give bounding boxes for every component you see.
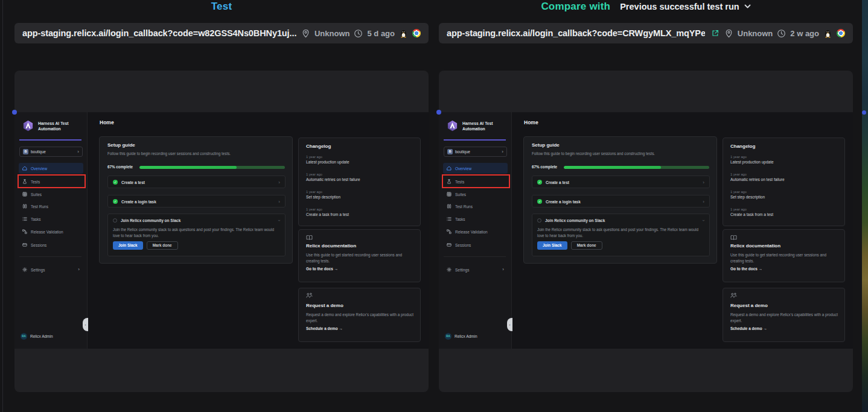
sidebar-item-tasks: Tasks [19, 214, 83, 224]
compare-run-dropdown[interactable]: Previous successful test run [620, 2, 750, 11]
changelog-entry-title: Create a task from a test [730, 212, 773, 217]
avatar: RA [21, 333, 27, 340]
user-name: Relicx Admin [455, 334, 477, 338]
brand-name: Harness AI Test Automation [38, 120, 69, 132]
tests-highlight-rectangle [18, 174, 86, 188]
brand-line1: Harness AI Test [38, 121, 69, 125]
sidebar-collapse-handle: ‹ [507, 318, 512, 331]
harness-brand: Harness AI Test Automation [447, 120, 493, 132]
changelog-entry-title: Automatic retries on test failure [306, 177, 360, 182]
changelog-entry: 1 year ago Latest production update [306, 155, 349, 164]
changelog-time: 1 year ago [306, 190, 340, 194]
selection-handle-dot [12, 110, 17, 115]
changelog-card: Changelog 1 year ago Latest production u… [723, 138, 845, 226]
check-icon [113, 199, 118, 204]
sidebar-collapse-handle: ‹ [83, 318, 88, 331]
project-initial-badge: B [23, 149, 28, 154]
changelog-entry: 1 year ago Latest production update [730, 155, 774, 164]
setup-guide-description: Follow this guide to begin recording use… [532, 151, 655, 156]
grid-icon [22, 192, 27, 197]
setup-task-join-slack: Join Relicx community on Slack › Join th… [532, 214, 710, 256]
progress-bar [564, 166, 709, 169]
chevron-right-icon: › [77, 150, 79, 154]
sidebar-item-settings: Settings › [19, 264, 83, 275]
changelog-time: 1 year ago [306, 208, 349, 211]
project-selector: B boutique › [444, 147, 507, 157]
progress-label: 67% complete [107, 165, 133, 169]
check-icon [113, 180, 118, 185]
progress-fill [564, 166, 661, 169]
brand-underline [444, 139, 506, 141]
chevron-down-icon: › [276, 220, 282, 221]
book-icon [730, 235, 737, 241]
captured-url-bar: app-staging.relicx.ai/login_callback?cod… [14, 23, 429, 43]
user-row: RA Relicx Admin [21, 333, 53, 340]
external-link-icon[interactable] [711, 29, 720, 37]
sidebar-divider [19, 256, 81, 257]
sidebar-item-label: Sessions [31, 243, 46, 247]
location-label: Unknown [738, 29, 773, 38]
sidebar-item-label: Settings [455, 268, 470, 272]
sidebar-item-release-validation: Release Validation [443, 226, 508, 237]
changelog-entry: 1 year ago Set step description [306, 190, 340, 199]
join-slack-button: Join Slack [113, 241, 143, 250]
go-to-docs-link: Go to the docs → [306, 267, 338, 271]
location-pin-icon [724, 29, 733, 38]
changelog-card: Changelog 1 year ago Latest production u… [298, 138, 421, 226]
progress-label: 67% complete [532, 165, 557, 169]
brand-line2: Automation [38, 127, 61, 131]
changelog-entry: 1 year ago Create a task from a test [730, 208, 773, 217]
check-icon [537, 199, 542, 204]
sidebar-item-settings: Settings › [443, 264, 508, 275]
changelog-title: Changelog [730, 144, 755, 149]
task-label: Create a test [121, 180, 145, 185]
sidebar-item-label: Tasks [31, 217, 41, 221]
task-description: Join the Relicx community slack to ask q… [113, 227, 281, 238]
adjacent-image-strip [862, 0, 868, 412]
changelog-entry-title: Set step description [730, 195, 765, 199]
unchecked-circle-icon [113, 218, 117, 223]
captured-sidebar: Harness AI Test Automation B boutique › … [439, 112, 512, 349]
clock-icon [354, 29, 363, 38]
chevron-right-icon: › [502, 150, 503, 154]
chevron-right-icon: › [78, 267, 80, 272]
task-label: Join Relicx community on Slack [121, 218, 180, 223]
sidebar-item-sessions: Sessions [19, 239, 83, 250]
url-metadata: Unknown 5 d ago [301, 29, 421, 38]
request-demo-card: Request a demo Request a demo and explor… [298, 288, 421, 342]
list-icon [22, 217, 27, 221]
project-initial-badge: B [447, 149, 453, 154]
harness-logo-icon [447, 120, 458, 132]
sidebar-item-test-runs: Test Runs [19, 201, 83, 212]
sidebar-item-suites: Suites [443, 189, 508, 200]
chevron-right-icon: › [502, 267, 504, 272]
linux-tux-icon [823, 29, 832, 38]
tests-highlight-rectangle [442, 174, 510, 188]
chevron-right-icon: › [278, 180, 280, 185]
documentation-card: Relicx documentation Use this guide to g… [298, 229, 421, 282]
list-icon [447, 217, 452, 221]
task-label: Create a test [546, 180, 569, 185]
chevron-down-icon: › [701, 220, 706, 221]
captured-app-screenshot: Harness AI Test Automation B boutique › … [14, 112, 429, 349]
left-divider [2, 0, 3, 412]
people-icon [306, 293, 313, 299]
setup-task-join-slack: Join Relicx community on Slack › Join th… [107, 214, 286, 256]
documentation-title: Relicx documentation [306, 243, 356, 249]
progress-bar [139, 166, 285, 169]
chrome-browser-icon [837, 29, 845, 37]
mark-done-button: Mark done [571, 241, 602, 250]
project-name: boutique [31, 150, 46, 154]
sidebar-item-label: Suites [455, 192, 466, 197]
sidebar-item-sessions: Sessions [443, 239, 508, 250]
video-icon [22, 242, 27, 247]
changelog-time: 1 year ago [306, 155, 349, 159]
home-icon [22, 166, 27, 171]
selection-handle-dot [436, 110, 441, 115]
changelog-time: 1 year ago [730, 155, 774, 159]
documentation-title: Relicx documentation [730, 243, 780, 249]
chevron-right-icon: › [278, 199, 280, 204]
schedule-demo-link: Schedule a demo → [306, 326, 343, 331]
columns-icon [447, 204, 452, 209]
user-row: RA Relicx Admin [445, 333, 477, 340]
